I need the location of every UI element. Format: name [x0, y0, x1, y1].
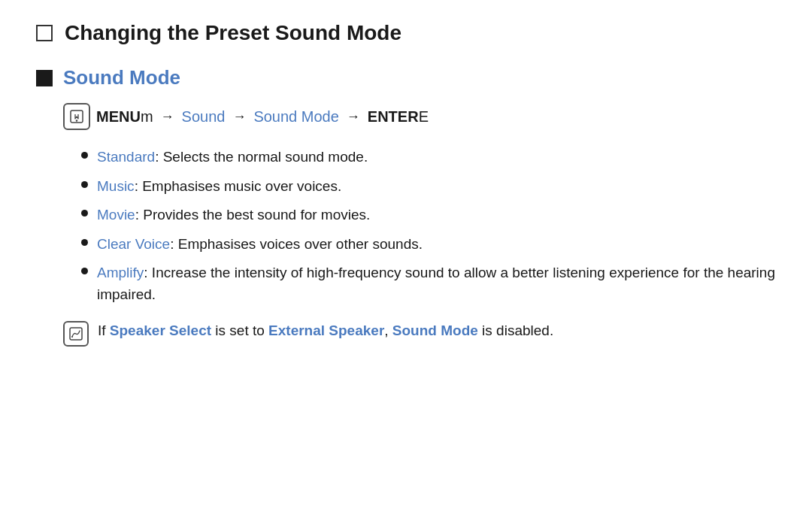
list-item: Music: Emphasises music over voices. [81, 176, 776, 198]
svg-point-3 [71, 336, 73, 338]
term-clear-voice: Clear Voice [97, 236, 170, 252]
page-content: Changing the Preset Sound Mode Sound Mod… [0, 0, 812, 368]
arrow-3: → [347, 109, 360, 125]
menu-icon [63, 103, 90, 130]
list-item-text: Music: Emphasises music over voices. [97, 176, 341, 198]
note-suffix: is disabled. [478, 323, 553, 338]
note-term3: Sound Mode [392, 323, 478, 338]
note-prefix: If [98, 323, 110, 338]
note-icon [63, 321, 89, 347]
bullet-list: Standard: Selects the normal sound mode.… [81, 147, 776, 305]
list-item-text: Standard: Selects the normal sound mode. [97, 147, 368, 168]
list-item: Clear Voice: Emphasises voices over othe… [81, 234, 776, 256]
term-music: Music [97, 178, 135, 194]
enter-label: ENTERE [368, 108, 429, 126]
list-item: Standard: Selects the normal sound mode. [81, 147, 776, 168]
bullet-dot [81, 210, 88, 217]
checkbox-icon [36, 25, 53, 41]
section-heading-title: Sound Mode [63, 66, 180, 89]
bullet-dot [81, 181, 88, 188]
bullet-dot [81, 152, 88, 159]
svg-point-1 [76, 120, 77, 121]
menu-label: MENUm [96, 108, 153, 126]
arrow-2: → [232, 109, 246, 125]
main-heading-row: Changing the Preset Sound Mode [36, 21, 776, 45]
list-item-text: Movie: Provides the best sound for movie… [97, 204, 370, 226]
list-item: Movie: Provides the best sound for movie… [81, 204, 776, 226]
black-square-icon [36, 70, 53, 86]
bullet-dot [81, 239, 88, 246]
note-term1: Speaker Select [110, 323, 211, 338]
menu-path-row: MENUm → Sound → Sound Mode → ENTERE [63, 103, 776, 130]
section-heading-row: Sound Mode [36, 66, 776, 89]
menu-suffix: m [141, 108, 153, 125]
note-text: If Speaker Select is set to External Spe… [98, 320, 553, 342]
list-item-text: Clear Voice: Emphasises voices over othe… [97, 234, 423, 256]
arrow-1: → [161, 109, 174, 125]
sound-mode-link: Sound Mode [253, 108, 338, 126]
note-comma: , [384, 323, 392, 338]
enter-suffix: E [419, 108, 429, 125]
desc-standard: : Selects the normal sound mode. [155, 149, 368, 165]
term-standard: Standard [97, 149, 155, 165]
main-heading-title: Changing the Preset Sound Mode [65, 21, 401, 45]
note-middle: is set to [211, 323, 268, 338]
term-movie: Movie [97, 207, 135, 223]
sound-link: Sound [182, 108, 226, 126]
list-item-text: Amplify: Increase the intensity of high-… [97, 262, 776, 305]
desc-movie: : Provides the best sound for movies. [135, 207, 371, 223]
desc-music: : Emphasises music over voices. [135, 178, 342, 194]
term-amplify: Amplify [97, 265, 144, 280]
desc-clear-voice: : Emphasises voices over other sounds. [170, 236, 423, 252]
bullet-dot [81, 268, 88, 274]
desc-amplify: : Increase the intensity of high-frequen… [97, 265, 775, 302]
note-row: If Speaker Select is set to External Spe… [63, 320, 776, 347]
note-term2: External Speaker [268, 323, 384, 338]
list-item: Amplify: Increase the intensity of high-… [81, 262, 776, 305]
